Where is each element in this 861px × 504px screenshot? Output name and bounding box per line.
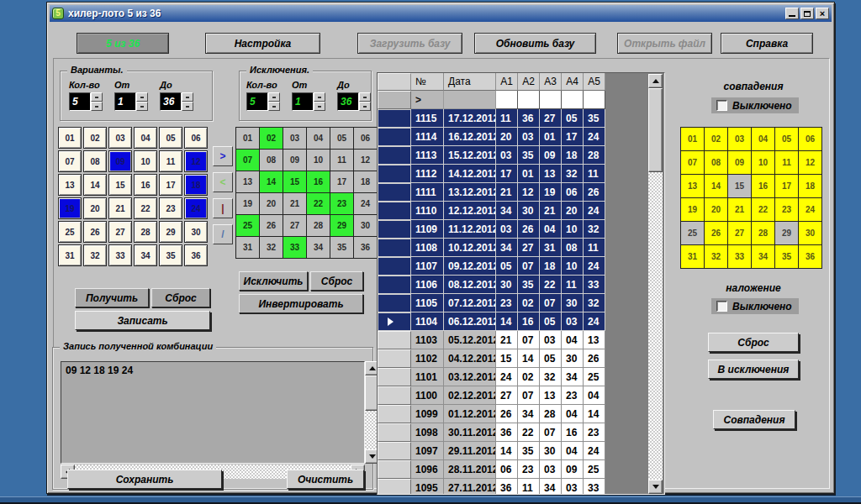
- exclude-grid-cell[interactable]: 32: [260, 237, 283, 259]
- exclude-grid-cell[interactable]: 05: [330, 128, 354, 150]
- table-row[interactable]: 110305.12.20122107030413: [378, 331, 606, 349]
- exclude-grid-cell[interactable]: 33: [283, 237, 307, 259]
- exclude-grid-cell[interactable]: 08: [260, 150, 283, 171]
- exclude-grid-cell[interactable]: 29: [330, 215, 354, 237]
- matches-reset-button[interactable]: Сброс: [708, 333, 799, 352]
- table-row[interactable]: 110103.12.20122402323425: [378, 368, 606, 386]
- matches-grid-cell[interactable]: 30: [799, 222, 822, 245]
- matches-grid-cell[interactable]: 19: [681, 198, 705, 222]
- exclusions-spinner-value[interactable]: 1: [292, 92, 314, 111]
- toolbar-button-5[interactable]: Открыть файл: [617, 33, 712, 54]
- toolbar-button-6[interactable]: Справка: [721, 33, 813, 54]
- matches-grid-cell[interactable]: 08: [705, 151, 728, 175]
- table-row[interactable]: 110608.12.20123035221133: [378, 276, 606, 294]
- exclude-grid-cell[interactable]: 14: [260, 171, 283, 193]
- matches-grid-cell[interactable]: 26: [705, 222, 728, 245]
- table-row[interactable]: 109729.11.20121435300424: [378, 442, 606, 460]
- table-scroll-down-button[interactable]: [648, 480, 663, 494]
- exclude-grid-cell[interactable]: 17: [330, 171, 354, 193]
- table-row[interactable]: 109527.11.20123611340333: [378, 479, 606, 495]
- matches-grid-cell[interactable]: 22: [752, 198, 775, 222]
- exclude-grid-cell[interactable]: 34: [307, 237, 330, 259]
- table-row[interactable]: 111315.12.20120335091828: [378, 146, 606, 165]
- clear-button[interactable]: Очистить: [287, 470, 364, 489]
- table-row[interactable]: 111416.12.20122003011724: [378, 128, 606, 146]
- table-header-A2[interactable]: A2: [518, 73, 540, 91]
- exclude-grid-cell[interactable]: 13: [236, 171, 260, 193]
- table-vscrollbar[interactable]: [648, 74, 663, 494]
- pick-grid-cell[interactable]: 05: [159, 127, 182, 149]
- exclude-grid-cell[interactable]: 18: [354, 171, 378, 193]
- matches-grid-cell[interactable]: 10: [752, 151, 775, 175]
- matches-grid-cell[interactable]: 18: [799, 175, 822, 198]
- transfer-left-button[interactable]: <: [213, 172, 233, 192]
- table-row[interactable]: 110911.12.20120326041032: [378, 220, 606, 239]
- pick-grid-cell[interactable]: 02: [83, 127, 107, 149]
- pick-reset-button[interactable]: Сброс: [151, 288, 210, 307]
- matches-grid-cell[interactable]: 15: [728, 175, 752, 198]
- exclude-grid-cell[interactable]: 06: [354, 128, 378, 150]
- variants-spin-up-button[interactable]: [91, 92, 103, 102]
- exclude-grid-cell[interactable]: 23: [330, 193, 354, 215]
- pick-grid-cell[interactable]: 06: [184, 127, 208, 149]
- pick-grid-cell[interactable]: 28: [134, 221, 157, 243]
- matches-grid-cell[interactable]: 33: [728, 245, 752, 269]
- table-row[interactable]: 110810.12.20123427310811: [378, 239, 606, 257]
- overlay-checkbox[interactable]: [716, 301, 727, 312]
- table-row[interactable]: 110204.12.20121514053026: [378, 349, 606, 368]
- exclude-grid-cell[interactable]: 26: [260, 215, 283, 237]
- matches-grid-cell[interactable]: 28: [752, 222, 775, 245]
- matches-grid-cell[interactable]: 23: [775, 198, 799, 222]
- table-row[interactable]: 109628.11.20120623030925: [378, 460, 606, 479]
- matches-grid-cell[interactable]: 04: [752, 128, 775, 151]
- exclude-grid-cell[interactable]: 03: [283, 128, 307, 150]
- matches-grid-cell[interactable]: 24: [799, 198, 822, 222]
- exclude-grid-cell[interactable]: 35: [330, 237, 354, 259]
- pick-grid-cell[interactable]: 16: [134, 174, 157, 196]
- pick-grid-cell[interactable]: 03: [108, 127, 132, 149]
- pick-grid-cell[interactable]: 09: [108, 150, 132, 172]
- table-row[interactable]: 111517.12.20121136270535: [378, 109, 606, 128]
- exclude-grid-cell[interactable]: 22: [307, 193, 330, 215]
- matches-grid-cell[interactable]: 29: [775, 222, 799, 245]
- pick-grid-cell[interactable]: 26: [83, 221, 107, 243]
- variants-spinner-value[interactable]: 36: [160, 92, 182, 111]
- pick-grid-cell[interactable]: 25: [58, 221, 82, 243]
- pick-grid-cell[interactable]: 35: [159, 244, 182, 266]
- pick-grid-cell[interactable]: 29: [159, 221, 182, 243]
- table-vscroll-track[interactable]: [648, 172, 663, 480]
- exclude-grid-cell[interactable]: 20: [260, 193, 283, 215]
- table-row[interactable]: 111214.12.20121701133211: [378, 165, 606, 183]
- maximize-button[interactable]: [800, 8, 814, 19]
- table-row[interactable]: 109901.12.20122634280414: [378, 405, 606, 423]
- filter-a-cell[interactable]: [584, 91, 605, 109]
- table-row[interactable]: 111012.12.20123430212024: [378, 202, 606, 220]
- pick-grid-cell[interactable]: 19: [58, 197, 82, 219]
- exclusions-spin-down-button[interactable]: [314, 102, 325, 111]
- matches-grid-cell[interactable]: 20: [705, 198, 728, 222]
- pick-grid-cell[interactable]: 27: [108, 221, 132, 243]
- variants-spin-down-button[interactable]: [136, 102, 148, 111]
- pick-grid-cell[interactable]: 31: [58, 244, 82, 266]
- table-row[interactable]: 109830.11.20123622071623: [378, 423, 606, 442]
- pick-grid-cell[interactable]: 22: [134, 197, 157, 219]
- table-vscroll-thumb[interactable]: [648, 88, 663, 172]
- toolbar-button-2[interactable]: Настройка: [205, 33, 320, 54]
- save-button[interactable]: Сохранить: [67, 470, 222, 489]
- matches-grid-cell[interactable]: 03: [728, 128, 752, 151]
- filter-a-cell[interactable]: [540, 91, 562, 109]
- pick-grid-cell[interactable]: 20: [83, 197, 107, 219]
- exclude-button[interactable]: Исключить: [239, 271, 308, 291]
- pick-grid-cell[interactable]: 11: [159, 150, 182, 172]
- filter-a-cell[interactable]: [496, 91, 518, 109]
- exclusions-spinner-value[interactable]: 5: [246, 92, 268, 111]
- exclude-grid-cell[interactable]: 15: [283, 171, 307, 193]
- exclude-grid-cell[interactable]: 01: [236, 128, 260, 150]
- pick-grid-cell[interactable]: 14: [83, 174, 107, 196]
- matches-grid-cell[interactable]: 35: [775, 245, 799, 269]
- toolbar-button-1[interactable]: 5 из 36: [77, 33, 169, 54]
- matches-grid-cell[interactable]: 36: [799, 245, 822, 269]
- filter-a-cell[interactable]: [518, 91, 540, 109]
- exclude-grid-cell[interactable]: 19: [236, 193, 260, 215]
- filter-date-cell[interactable]: [444, 91, 496, 109]
